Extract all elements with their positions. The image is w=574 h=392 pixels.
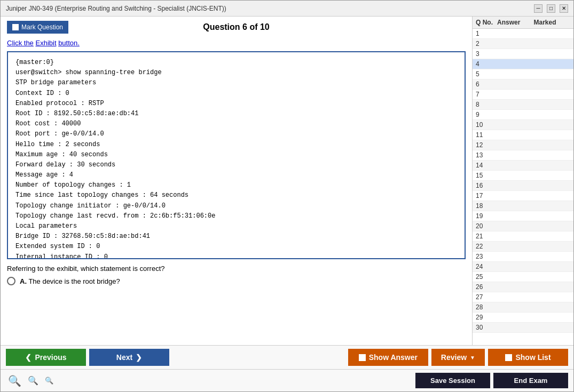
question-number: 9 (476, 111, 497, 118)
mark-question-button[interactable]: Mark Question (7, 21, 68, 34)
question-list-row[interactable]: 10 (473, 120, 573, 130)
zoom-reset-button[interactable]: 🔍 (26, 374, 41, 387)
question-list-row[interactable]: 19 (473, 211, 573, 221)
radio-button-a[interactable] (7, 277, 15, 285)
question-number: 10 (476, 121, 497, 129)
question-list-row[interactable]: 8 (473, 100, 573, 110)
question-number: 4 (476, 60, 497, 68)
zoom-controls: 🔍 🔍 🔍 (6, 373, 56, 388)
question-list-row[interactable]: 15 (473, 171, 573, 181)
question-number: 25 (476, 273, 497, 281)
question-number: 12 (476, 141, 497, 149)
question-list-row[interactable]: 12 (473, 140, 573, 150)
review-dropdown-icon: ▼ (470, 355, 475, 361)
question-list-row[interactable]: 6 (473, 79, 573, 90)
question-number: 7 (476, 91, 497, 98)
question-number: 15 (476, 172, 497, 179)
question-list-row[interactable]: 2 (473, 39, 573, 49)
question-number: 8 (476, 101, 497, 108)
question-number: 23 (476, 253, 497, 260)
close-button[interactable]: ✕ (560, 4, 568, 13)
show-answer-button[interactable]: Show Answer (348, 349, 428, 366)
question-list-row[interactable]: 4 (473, 59, 573, 69)
question-number: 14 (476, 162, 497, 169)
question-list-row[interactable]: 18 (473, 201, 573, 211)
question-number: 2 (476, 40, 497, 47)
sidebar-header: Q No. Answer Marked (473, 17, 573, 29)
question-number: 27 (476, 293, 497, 301)
question-list-row[interactable]: 14 (473, 161, 573, 171)
question-number: 30 (476, 324, 497, 331)
question-number: 20 (476, 222, 497, 230)
show-list-label: Show List (515, 353, 551, 362)
main-window: Juniper JN0-349 (Enterprise Routing and … (0, 0, 574, 392)
question-number: 17 (476, 192, 497, 199)
question-list-row[interactable]: 24 (473, 262, 573, 272)
question-list-row[interactable]: 27 (473, 292, 573, 302)
question-list-row[interactable]: 29 (473, 313, 573, 323)
question-list-row[interactable]: 21 (473, 231, 573, 242)
bottom-toolbar: ❮ Previous Next ❯ Show Answer Review ▼ S… (1, 345, 573, 369)
show-answer-label: Show Answer (369, 353, 418, 362)
session-controls: Save Session End Exam (415, 373, 568, 388)
question-number: 26 (476, 283, 497, 291)
prev-chevron-icon: ❮ (25, 353, 32, 362)
previous-label: Previous (35, 353, 66, 362)
answer-option-a[interactable]: A. The device is the root bridge? (7, 277, 466, 285)
question-list-row[interactable]: 25 (473, 272, 573, 282)
zoom-in-button[interactable]: 🔍 (6, 373, 23, 388)
next-chevron-icon: ❯ (136, 353, 142, 362)
title-bar: Juniper JN0-349 (Enterprise Routing and … (1, 1, 573, 17)
question-number: 29 (476, 314, 497, 321)
question-list-row[interactable]: 1 (473, 29, 573, 39)
question-title: Question 6 of 10 (203, 22, 269, 32)
review-label: Review (441, 353, 467, 362)
save-session-button[interactable]: Save Session (415, 373, 490, 388)
minimize-button[interactable]: ─ (534, 4, 542, 13)
question-list-row[interactable]: 7 (473, 90, 573, 100)
left-panel: Mark Question Question 6 of 10 Click the… (1, 17, 472, 345)
question-list-row[interactable]: 22 (473, 242, 573, 252)
bottom-extra: 🔍 🔍 🔍 Save Session End Exam (1, 369, 573, 391)
question-number: 11 (476, 131, 497, 139)
question-number: 21 (476, 233, 497, 240)
show-list-button[interactable]: Show List (488, 349, 568, 366)
question-list-row[interactable]: 28 (473, 302, 573, 313)
question-number: 16 (476, 182, 497, 189)
maximize-button[interactable]: □ (547, 4, 555, 13)
exhibit-link[interactable]: Exhibit (35, 39, 56, 47)
question-number: 6 (476, 81, 497, 88)
question-list-row[interactable]: 16 (473, 181, 573, 191)
zoom-out-button[interactable]: 🔍 (43, 375, 56, 386)
header-row: Mark Question Question 6 of 10 (7, 21, 466, 34)
previous-button[interactable]: ❮ Previous (6, 349, 86, 366)
sidebar-header-qno: Q No. (476, 19, 497, 26)
window-controls: ─ □ ✕ (534, 4, 568, 13)
question-number: 1 (476, 30, 497, 37)
question-list-row[interactable]: 13 (473, 150, 573, 161)
question-list-row[interactable]: 3 (473, 49, 573, 59)
question-number: 13 (476, 151, 497, 159)
question-number: 22 (476, 243, 497, 250)
exhibit-label: Click the (7, 39, 34, 47)
show-answer-icon (359, 354, 366, 361)
sidebar-header-answer: Answer (497, 19, 534, 26)
question-list-row[interactable]: 5 (473, 69, 573, 79)
next-button[interactable]: Next ❯ (89, 349, 169, 366)
question-list-row[interactable]: 11 (473, 130, 573, 140)
mark-question-label: Mark Question (21, 23, 63, 31)
review-button[interactable]: Review ▼ (431, 349, 485, 366)
question-number: 19 (476, 212, 497, 220)
end-exam-button[interactable]: End Exam (493, 373, 568, 388)
question-list-row[interactable]: 26 (473, 282, 573, 292)
question-list-row[interactable]: 23 (473, 252, 573, 262)
question-number: 24 (476, 263, 497, 270)
question-list-row[interactable]: 30 (473, 323, 573, 333)
question-list[interactable]: 1234567891011121314151617181920212223242… (473, 29, 573, 345)
sidebar-header-marked: Marked (534, 19, 571, 26)
show-list-icon (505, 354, 512, 361)
question-list-row[interactable]: 9 (473, 110, 573, 120)
question-list-row[interactable]: 20 (473, 221, 573, 231)
answer-option-a-label: A. The device is the root bridge? (20, 277, 120, 285)
question-list-row[interactable]: 17 (473, 191, 573, 201)
